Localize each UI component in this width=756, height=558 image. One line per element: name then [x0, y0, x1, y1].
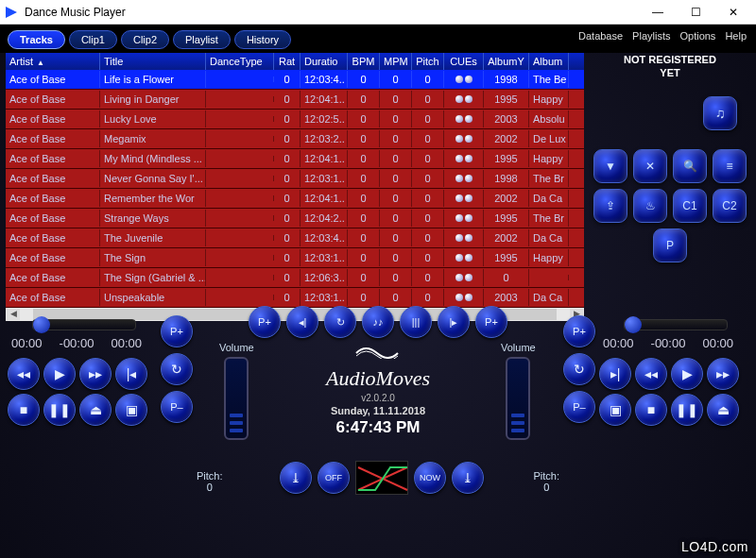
deck-right-pplus-button[interactable]: P+	[563, 315, 595, 347]
cell-album: Happy	[529, 249, 569, 266]
tools-button[interactable]: ✕	[633, 149, 667, 183]
menu-help[interactable]: Help	[725, 30, 747, 42]
volume-left-slider[interactable]	[224, 357, 249, 440]
filter-button[interactable]: ▼	[593, 149, 627, 183]
menu-options[interactable]: Options	[679, 30, 715, 42]
table-row[interactable]: Ace of BaseThe Sign012:03:1..0001995Happ…	[6, 248, 584, 268]
deck-right-pminus-button[interactable]: P–	[563, 391, 595, 423]
drop-right-button[interactable]: ⤓	[452, 462, 484, 494]
deck-left-seek-slider[interactable]	[32, 319, 136, 330]
deck-left-pplus-button[interactable]: P+	[161, 315, 193, 347]
deck-left-play-button[interactable]: ▶	[43, 358, 76, 390]
tab-clip2[interactable]: Clip2	[121, 30, 169, 49]
cell-bpm: 0	[348, 269, 380, 286]
deck-right-cuefwd-button[interactable]: ▸|	[599, 358, 631, 390]
cell-artist: Ace of Base	[6, 150, 100, 167]
reload-button-icon: ↻	[336, 316, 345, 329]
deck-left-eject-button[interactable]: ⏏	[79, 394, 112, 426]
playlist1-button-icon: ≡	[726, 160, 732, 173]
deck-left-loop-button[interactable]: ↻	[161, 353, 193, 385]
table-row[interactable]: Ace of BaseNever Gonna Say I'...012:03:1…	[6, 169, 584, 189]
drop-left-button[interactable]: ⤓	[280, 462, 312, 494]
col-title[interactable]: Title	[100, 53, 206, 70]
bell-button[interactable]: ♫	[703, 96, 737, 130]
cue-dot-icon	[465, 95, 472, 103]
p-plus2-button[interactable]: P+	[475, 306, 507, 338]
deck-left-forward-button[interactable]: ▸▸	[79, 358, 112, 390]
col-album[interactable]: Album	[529, 53, 569, 70]
col-pitch[interactable]: Pitch	[412, 53, 444, 70]
person-button[interactable]: ⇪	[593, 189, 627, 223]
c2-button[interactable]: C2	[713, 189, 747, 223]
cell-pitch: 0	[412, 130, 444, 147]
tab-history[interactable]: History	[234, 30, 291, 49]
cue-dot-icon	[455, 175, 463, 182]
cell-title: Strange Ways	[100, 210, 206, 227]
minimize-button[interactable]: —	[639, 1, 677, 24]
cell-artist: Ace of Base	[6, 190, 100, 207]
p-plus-button[interactable]: P+	[249, 306, 281, 338]
menu-database[interactable]: Database	[578, 30, 623, 42]
deck-left-pause-button[interactable]: ❚❚	[43, 394, 76, 426]
deck-left-stop-button[interactable]: ■	[8, 394, 40, 426]
equalizer-button[interactable]: |||	[400, 306, 432, 338]
flame-button[interactable]: ♨	[633, 189, 667, 223]
eq-button[interactable]: ♪♪	[362, 306, 394, 338]
track-table: Artist Title DanceType Rat Duratio BPM M…	[6, 53, 584, 295]
tab-playlist[interactable]: Playlist	[173, 30, 231, 49]
now-button[interactable]: NOW	[414, 462, 446, 494]
skip-fwd-icon: ▸|	[610, 366, 621, 381]
col-albumyear[interactable]: AlbumY	[484, 53, 529, 70]
table-row[interactable]: Ace of BaseLiving in Danger012:04:1..000…	[6, 90, 584, 110]
tab-clip1[interactable]: Clip1	[69, 30, 117, 49]
step-fwd-button[interactable]: |▸	[438, 306, 470, 338]
menu-playlists[interactable]: Playlists	[632, 30, 670, 42]
p-button[interactable]: P	[653, 228, 687, 262]
deck-right-loop-button[interactable]: ↻	[563, 353, 595, 385]
col-duration[interactable]: Duratio	[301, 53, 348, 70]
cell-pitch: 0	[412, 190, 444, 207]
c1-button[interactable]: C1	[673, 189, 707, 223]
deck-right-forward-button[interactable]: ▸▸	[707, 358, 739, 390]
table-row[interactable]: Ace of BaseStrange Ways012:04:2..0001995…	[6, 209, 584, 228]
deck-right-stop-button[interactable]: ■	[635, 394, 667, 426]
deck-right-play-button[interactable]: ▶	[671, 358, 703, 390]
deck-right-screen-button[interactable]: ▣	[599, 394, 631, 426]
deck-left-pminus-button[interactable]: P–	[161, 391, 193, 423]
cell-title: The Sign	[100, 249, 206, 266]
reload-button[interactable]: ↻	[324, 306, 356, 338]
table-row[interactable]: Ace of BaseLucky Love012:02:5..0002003Ab…	[6, 110, 584, 129]
not-registered-line1: NOT REGISTERED	[590, 53, 750, 66]
table-row[interactable]: Ace of BaseMegamix012:03:2..0002002De Lu…	[6, 129, 584, 149]
col-dancetype[interactable]: DanceType	[206, 53, 274, 70]
tab-tracks[interactable]: Tracks	[8, 30, 65, 49]
deck-right-eject-button[interactable]: ⏏	[707, 394, 739, 426]
deck-left-screen-button[interactable]: ▣	[115, 394, 147, 426]
col-mpm[interactable]: MPM	[380, 53, 412, 70]
step-back-button[interactable]: ◂|	[286, 306, 318, 338]
maximize-button[interactable]: ☐	[677, 1, 714, 24]
col-rating[interactable]: Rat	[274, 53, 301, 70]
deck-right-pause-button[interactable]: ❚❚	[671, 394, 703, 426]
mute-button[interactable]: OFF	[318, 462, 350, 494]
deck-right-rewind-button[interactable]: ◂◂	[635, 358, 667, 390]
search-button[interactable]: 🔍	[673, 149, 707, 183]
table-row[interactable]: Ace of BaseLife is a Flower012:03:4..000…	[6, 70, 584, 90]
table-row[interactable]: Ace of BaseThe Juvenile012:03:4..0002002…	[6, 228, 584, 248]
table-row[interactable]: Ace of BaseRemember the Wor012:04:1..000…	[6, 189, 584, 209]
playlist1-button[interactable]: ≡	[713, 149, 747, 183]
col-bpm[interactable]: BPM	[348, 53, 380, 70]
col-artist[interactable]: Artist	[6, 53, 100, 70]
col-cues[interactable]: CUEs	[444, 53, 484, 70]
deck-right-seek-slider[interactable]	[624, 319, 728, 330]
deck-left-cueback-button[interactable]: |◂	[115, 358, 147, 390]
cue-dot-icon	[465, 76, 472, 83]
cell-cues	[444, 190, 484, 207]
table-row[interactable]: Ace of BaseMy Mind (Mindless ...012:04:1…	[6, 149, 584, 169]
deck-left-rewind-button[interactable]: ◂◂	[8, 358, 40, 390]
close-button[interactable]: ✕	[714, 1, 752, 24]
volume-right-slider[interactable]	[506, 357, 530, 440]
cell-dance	[206, 255, 274, 261]
table-row[interactable]: Ace of BaseThe Sign (Gabriel & ...012:06…	[6, 268, 584, 288]
cell-dance	[206, 235, 274, 241]
